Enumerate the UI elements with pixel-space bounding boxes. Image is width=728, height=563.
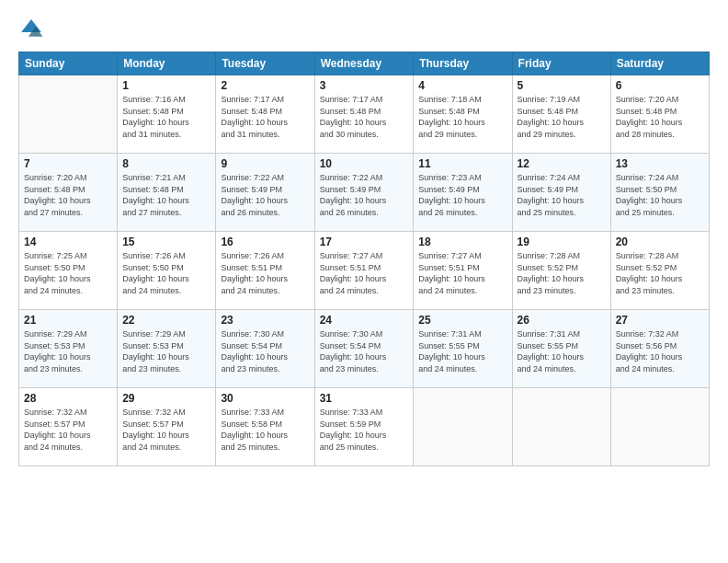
day-info: Sunrise: 7:28 AM Sunset: 5:52 PM Dayligh… [616,250,704,296]
day-info: Sunrise: 7:32 AM Sunset: 5:57 PM Dayligh… [122,407,210,453]
calendar-cell: 6Sunrise: 7:20 AM Sunset: 5:48 PM Daylig… [610,75,709,154]
calendar-header-monday: Monday [118,52,216,75]
day-info: Sunrise: 7:26 AM Sunset: 5:50 PM Dayligh… [122,250,210,296]
day-number: 28 [24,392,112,405]
day-number: 4 [418,79,506,92]
day-number: 22 [122,314,210,327]
day-info: Sunrise: 7:31 AM Sunset: 5:55 PM Dayligh… [518,328,606,374]
day-number: 11 [418,157,506,170]
day-number: 14 [24,236,112,248]
calendar-cell: 16Sunrise: 7:26 AM Sunset: 5:51 PM Dayli… [216,232,314,310]
calendar-cell: 27Sunrise: 7:32 AM Sunset: 5:56 PM Dayli… [610,310,709,388]
day-number: 6 [616,79,704,92]
day-number: 29 [122,392,210,405]
day-number: 5 [518,79,606,92]
day-number: 3 [320,79,409,92]
calendar-week-row: 21Sunrise: 7:29 AM Sunset: 5:53 PM Dayli… [19,310,710,388]
calendar-cell: 17Sunrise: 7:27 AM Sunset: 5:51 PM Dayli… [314,232,414,310]
day-info: Sunrise: 7:33 AM Sunset: 5:59 PM Dayligh… [320,407,409,453]
day-number: 20 [616,236,704,248]
day-info: Sunrise: 7:23 AM Sunset: 5:49 PM Dayligh… [418,172,506,218]
calendar-cell: 2Sunrise: 7:17 AM Sunset: 5:48 PM Daylig… [216,75,314,154]
day-number: 12 [518,157,606,170]
day-info: Sunrise: 7:22 AM Sunset: 5:49 PM Dayligh… [221,172,309,218]
calendar-table: SundayMondayTuesdayWednesdayThursdayFrid… [18,52,710,466]
calendar-cell: 31Sunrise: 7:33 AM Sunset: 5:59 PM Dayli… [314,388,414,466]
day-number: 24 [320,314,409,327]
day-number: 18 [418,236,506,248]
calendar-cell: 10Sunrise: 7:22 AM Sunset: 5:49 PM Dayli… [314,154,414,232]
day-info: Sunrise: 7:24 AM Sunset: 5:50 PM Dayligh… [616,172,704,218]
calendar-week-row: 14Sunrise: 7:25 AM Sunset: 5:50 PM Dayli… [19,232,710,310]
day-info: Sunrise: 7:30 AM Sunset: 5:54 PM Dayligh… [320,328,409,374]
calendar-cell [19,75,118,154]
calendar-cell: 4Sunrise: 7:18 AM Sunset: 5:48 PM Daylig… [414,75,512,154]
day-info: Sunrise: 7:27 AM Sunset: 5:51 PM Dayligh… [418,250,506,296]
calendar-cell: 8Sunrise: 7:21 AM Sunset: 5:48 PM Daylig… [118,154,216,232]
day-number: 15 [122,236,210,248]
day-info: Sunrise: 7:25 AM Sunset: 5:50 PM Dayligh… [24,250,112,296]
day-number: 27 [616,314,704,327]
day-info: Sunrise: 7:22 AM Sunset: 5:49 PM Dayligh… [320,172,409,218]
day-number: 23 [221,314,309,327]
day-number: 10 [320,157,409,170]
day-number: 8 [122,157,210,170]
calendar-cell: 24Sunrise: 7:30 AM Sunset: 5:54 PM Dayli… [314,310,414,388]
day-info: Sunrise: 7:16 AM Sunset: 5:48 PM Dayligh… [122,94,210,140]
calendar-header-tuesday: Tuesday [216,52,314,75]
calendar-week-row: 1Sunrise: 7:16 AM Sunset: 5:48 PM Daylig… [19,75,710,154]
day-info: Sunrise: 7:32 AM Sunset: 5:57 PM Dayligh… [24,407,112,453]
calendar-cell: 1Sunrise: 7:16 AM Sunset: 5:48 PM Daylig… [118,75,216,154]
day-info: Sunrise: 7:30 AM Sunset: 5:54 PM Dayligh… [221,328,309,374]
calendar-cell [512,388,610,466]
logo-icon [18,17,44,42]
day-number: 16 [221,236,309,248]
day-number: 2 [221,79,309,92]
day-info: Sunrise: 7:18 AM Sunset: 5:48 PM Dayligh… [418,94,506,140]
header [18,17,710,42]
day-info: Sunrise: 7:20 AM Sunset: 5:48 PM Dayligh… [24,172,112,218]
day-info: Sunrise: 7:29 AM Sunset: 5:53 PM Dayligh… [122,328,210,374]
calendar-header-thursday: Thursday [414,52,512,75]
day-info: Sunrise: 7:28 AM Sunset: 5:52 PM Dayligh… [518,250,606,296]
calendar-cell: 15Sunrise: 7:26 AM Sunset: 5:50 PM Dayli… [118,232,216,310]
day-info: Sunrise: 7:24 AM Sunset: 5:49 PM Dayligh… [518,172,606,218]
logo [18,17,48,42]
day-info: Sunrise: 7:32 AM Sunset: 5:56 PM Dayligh… [616,328,704,374]
calendar-cell: 12Sunrise: 7:24 AM Sunset: 5:49 PM Dayli… [512,154,610,232]
day-info: Sunrise: 7:20 AM Sunset: 5:48 PM Dayligh… [616,94,704,140]
day-info: Sunrise: 7:26 AM Sunset: 5:51 PM Dayligh… [221,250,309,296]
day-info: Sunrise: 7:31 AM Sunset: 5:55 PM Dayligh… [418,328,506,374]
calendar-cell: 28Sunrise: 7:32 AM Sunset: 5:57 PM Dayli… [19,388,118,466]
calendar-cell: 26Sunrise: 7:31 AM Sunset: 5:55 PM Dayli… [512,310,610,388]
day-number: 26 [518,314,606,327]
day-info: Sunrise: 7:17 AM Sunset: 5:48 PM Dayligh… [221,94,309,140]
day-info: Sunrise: 7:19 AM Sunset: 5:48 PM Dayligh… [518,94,606,140]
day-number: 1 [122,79,210,92]
calendar-cell: 19Sunrise: 7:28 AM Sunset: 5:52 PM Dayli… [512,232,610,310]
svg-marker-0 [21,19,41,32]
day-info: Sunrise: 7:29 AM Sunset: 5:53 PM Dayligh… [24,328,112,374]
calendar-cell: 3Sunrise: 7:17 AM Sunset: 5:48 PM Daylig… [314,75,414,154]
calendar-header-sunday: Sunday [19,52,118,75]
calendar-header-wednesday: Wednesday [314,52,414,75]
page: SundayMondayTuesdayWednesdayThursdayFrid… [0,0,728,563]
calendar-cell: 14Sunrise: 7:25 AM Sunset: 5:50 PM Dayli… [19,232,118,310]
calendar-cell: 20Sunrise: 7:28 AM Sunset: 5:52 PM Dayli… [610,232,709,310]
day-info: Sunrise: 7:21 AM Sunset: 5:48 PM Dayligh… [122,172,210,218]
calendar-cell: 25Sunrise: 7:31 AM Sunset: 5:55 PM Dayli… [414,310,512,388]
calendar-cell: 5Sunrise: 7:19 AM Sunset: 5:48 PM Daylig… [512,75,610,154]
calendar-cell: 21Sunrise: 7:29 AM Sunset: 5:53 PM Dayli… [19,310,118,388]
calendar-cell: 9Sunrise: 7:22 AM Sunset: 5:49 PM Daylig… [216,154,314,232]
calendar-week-row: 28Sunrise: 7:32 AM Sunset: 5:57 PM Dayli… [19,388,710,466]
calendar-cell [414,388,512,466]
day-number: 9 [221,157,309,170]
calendar-header-row: SundayMondayTuesdayWednesdayThursdayFrid… [19,52,710,75]
calendar-cell: 11Sunrise: 7:23 AM Sunset: 5:49 PM Dayli… [414,154,512,232]
day-number: 7 [24,157,112,170]
day-info: Sunrise: 7:27 AM Sunset: 5:51 PM Dayligh… [320,250,409,296]
calendar-header-saturday: Saturday [610,52,709,75]
day-number: 17 [320,236,409,248]
calendar-week-row: 7Sunrise: 7:20 AM Sunset: 5:48 PM Daylig… [19,154,710,232]
day-number: 13 [616,157,704,170]
